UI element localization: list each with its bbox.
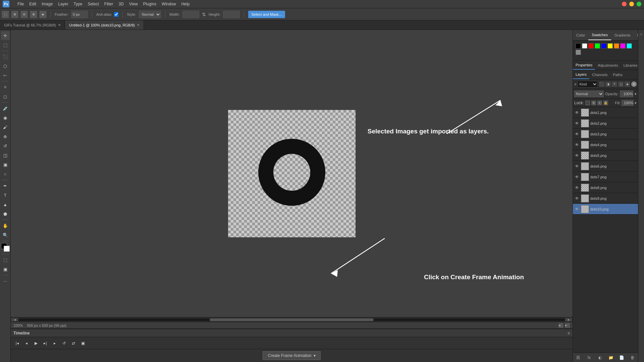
scroll-track[interactable] [18, 318, 565, 321]
type-tool[interactable]: T [1, 191, 10, 199]
filter-type-icon[interactable]: T [612, 81, 617, 87]
close-button[interactable] [622, 2, 627, 6]
menu-help[interactable]: Help [181, 2, 190, 6]
gradient-tool[interactable]: ▣ [1, 160, 10, 169]
layer-visibility-icon[interactable]: 👁 [574, 153, 580, 158]
tab-gifs-tutorial[interactable]: GIFs Tutorial @ 66.7% (RGB/8) ✕ [0, 20, 65, 29]
layer-visibility-icon[interactable]: 👁 [574, 174, 580, 180]
more-tools[interactable]: ··· [1, 277, 10, 285]
canvas-scroll[interactable]: Selected Images get imported as layers. … [11, 30, 573, 317]
swatch-orange[interactable] [614, 43, 619, 49]
layer-item[interactable]: 👁dots4.png [573, 139, 638, 150]
layer-item[interactable]: 👁dots5.png [573, 150, 638, 161]
layer-item[interactable]: 👁dots7.png [573, 172, 638, 182]
tl-render[interactable]: ▣ [79, 340, 87, 347]
swatch-cyan[interactable] [627, 43, 632, 49]
create-frame-animation-button[interactable]: Create Frame Animation ▾ [263, 351, 320, 360]
artboard-tool[interactable]: ⬚ [1, 41, 10, 49]
new-group-icon[interactable]: 📁 [607, 354, 614, 361]
lock-pixels-icon[interactable]: ⬛ [585, 101, 590, 105]
tl-prev-frame[interactable]: ◂ [23, 340, 30, 347]
search-filter-icon[interactable]: ≡ [574, 82, 576, 86]
swatch-blue[interactable] [601, 43, 606, 49]
tl-first-frame[interactable]: |◂ [13, 340, 21, 347]
new-selection-icon[interactable]: ⬚ [2, 11, 9, 18]
layer-filter-select[interactable]: Kind [578, 81, 598, 87]
filter-pixel-icon[interactable]: ⬛ [599, 81, 604, 87]
spot-heal-tool[interactable]: ◉ [1, 113, 10, 122]
fill-input[interactable] [622, 100, 634, 106]
opacity-dropdown-icon[interactable]: ▾ [635, 92, 637, 96]
eyedropper-tool[interactable]: 💉 [1, 104, 10, 113]
scroll-right-btn[interactable]: ▸ [565, 318, 572, 321]
menu-select[interactable]: Select [88, 2, 99, 6]
opacity-input[interactable] [620, 90, 633, 97]
foreground-color[interactable] [1, 243, 10, 252]
maximize-button[interactable] [637, 2, 641, 6]
delete-layer-icon[interactable]: 🗑 [629, 354, 636, 361]
zoom-tool[interactable]: 🔍 [1, 231, 10, 239]
lock-all-icon[interactable]: 🔒 [603, 101, 608, 105]
select-subject-icon[interactable]: ◈ [40, 11, 46, 18]
layer-item[interactable]: 👁dots9.png [573, 193, 638, 204]
panel-collapse-button[interactable]: ‹ [638, 30, 644, 362]
menu-3d[interactable]: 3D [118, 2, 123, 6]
layer-visibility-icon[interactable]: 👁 [574, 131, 580, 137]
filter-active-toggle[interactable]: ● [631, 81, 637, 87]
filter-smart-icon[interactable]: ◈ [625, 81, 630, 87]
adjustments-tab[interactable]: Adjustments [595, 61, 621, 70]
layer-item[interactable]: 👁dots2.png [573, 118, 638, 129]
hand-tool[interactable]: ✋ [1, 221, 10, 230]
layer-item[interactable]: 👁dots8.png [573, 182, 638, 193]
quick-mask-tool[interactable]: ⬚ [1, 255, 10, 264]
lasso-tool[interactable]: ⬡ [1, 62, 10, 70]
filter-adjustment-icon[interactable]: ◑ [605, 81, 611, 87]
tl-last-frame[interactable]: ▸ [51, 340, 58, 347]
swatch-gray[interactable] [576, 50, 581, 55]
scroll-thumb[interactable] [210, 318, 374, 321]
swatches-tab[interactable]: Swatches [588, 30, 611, 40]
tab-untitled[interactable]: Untitled-1 @ 100% (dots10.png, RGB/8) ✕ [65, 20, 144, 29]
select-mask-button[interactable]: Select and Mask... [248, 11, 285, 18]
tl-loop[interactable]: ↺ [60, 340, 68, 347]
intersect-selection-icon[interactable]: ⊗ [30, 11, 37, 18]
swatch-black[interactable] [576, 43, 581, 49]
color-tab[interactable]: Color [573, 30, 588, 40]
screen-mode-tool[interactable]: ▣ [1, 265, 10, 274]
tl-play[interactable]: ▶ [32, 340, 40, 347]
tl-next-frame[interactable]: ▸| [42, 340, 49, 347]
status-nav-left[interactable]: ◂ [558, 323, 563, 328]
layer-visibility-icon[interactable]: 👁 [574, 164, 580, 169]
layer-mode-select[interactable]: Normal [574, 90, 604, 97]
feather-input[interactable] [71, 11, 88, 18]
gradients-tab[interactable]: Gradients [611, 30, 634, 40]
horizontal-scrollbar[interactable]: ◂ ▸ [11, 317, 573, 322]
move-tool[interactable]: ✛ [1, 31, 10, 40]
add-selection-icon[interactable]: ⊕ [11, 11, 18, 18]
layer-visibility-icon[interactable]: 👁 [574, 185, 580, 190]
swatch-white[interactable] [582, 43, 587, 49]
layer-visibility-icon[interactable]: 👁 [574, 121, 580, 126]
lock-artboard-icon[interactable]: ⌖ [597, 101, 602, 105]
subtract-selection-icon[interactable]: ⊖ [21, 11, 28, 18]
brush-tool[interactable]: 🖌 [1, 123, 10, 131]
libraries-tab[interactable]: Libraries [621, 61, 640, 70]
tab-close-gifs[interactable]: ✕ [58, 23, 61, 27]
layer-visibility-icon[interactable]: 👁 [574, 196, 580, 201]
paths-tab[interactable]: Paths [610, 70, 625, 79]
layer-item[interactable]: 👁dots10.png [573, 204, 638, 215]
filter-shape-icon[interactable]: ◻ [618, 81, 624, 87]
menu-edit[interactable]: Edit [29, 2, 36, 6]
layer-item[interactable]: 👁dots6.png [573, 161, 638, 172]
path-select-tool[interactable]: ▲ [1, 200, 10, 209]
width-input[interactable] [182, 11, 199, 18]
add-mask-icon[interactable]: ◐ [597, 354, 603, 361]
antialias-checkbox[interactable] [114, 11, 118, 18]
menu-file[interactable]: File [17, 2, 24, 6]
layers-tab[interactable]: Layers [573, 70, 589, 79]
swatch-green[interactable] [595, 43, 600, 49]
swatch-magenta[interactable] [620, 43, 626, 49]
menu-window[interactable]: Window [162, 2, 176, 6]
tab-close-untitled[interactable]: ✕ [137, 23, 140, 27]
swap-icon[interactable]: ⇅ [202, 12, 206, 17]
